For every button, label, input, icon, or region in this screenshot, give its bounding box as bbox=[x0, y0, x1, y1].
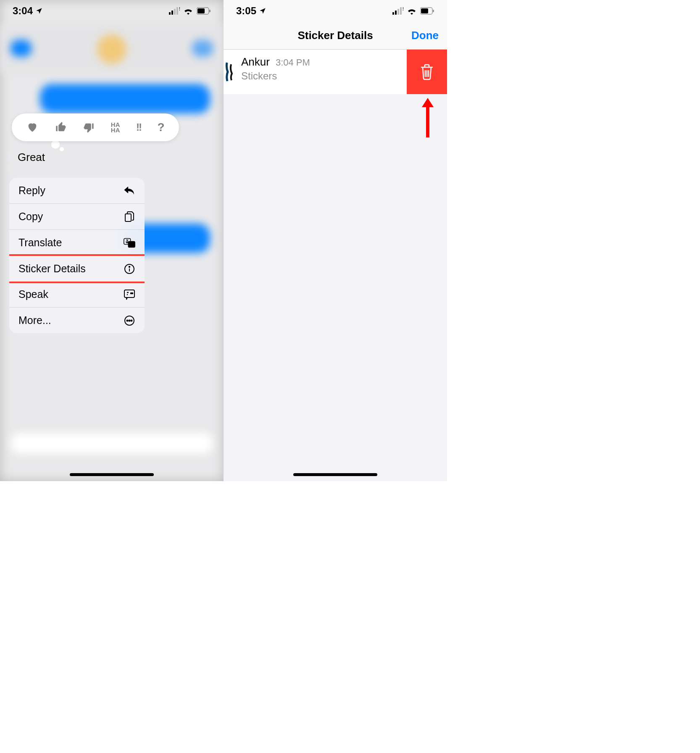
speak-icon bbox=[124, 289, 135, 300]
menu-speak[interactable]: Speak bbox=[9, 282, 145, 308]
battery-icon bbox=[197, 7, 211, 15]
menu-sticker-details-label: Sticker Details bbox=[18, 263, 86, 275]
svg-point-18 bbox=[127, 320, 128, 321]
signal-icon: ! bbox=[392, 7, 403, 15]
tapback-tail bbox=[51, 140, 60, 149]
menu-copy[interactable]: Copy bbox=[9, 204, 145, 230]
blurred-video-button bbox=[192, 40, 213, 57]
svg-rect-24 bbox=[400, 7, 402, 15]
menu-more-label: More... bbox=[18, 314, 51, 326]
nav-header: Sticker Details Done bbox=[224, 22, 447, 50]
svg-rect-22 bbox=[395, 11, 397, 15]
tapback-reactions: HAHA !! ? bbox=[12, 113, 179, 141]
svg-point-16 bbox=[132, 292, 133, 294]
trash-icon bbox=[419, 63, 434, 80]
menu-translate[interactable]: Translate 文 bbox=[9, 230, 145, 256]
left-screenshot: 3:04 ! HAHA !! ? bbox=[0, 0, 224, 481]
location-icon bbox=[259, 7, 266, 15]
sticker-row[interactable]: Ankur 3:04 PM Stickers bbox=[224, 50, 447, 94]
sticker-info: Ankur 3:04 PM Stickers bbox=[236, 50, 407, 88]
svg-text:!: ! bbox=[403, 7, 403, 11]
home-indicator bbox=[70, 473, 154, 476]
svg-rect-6 bbox=[197, 8, 205, 13]
blurred-back-button bbox=[11, 40, 32, 57]
message-text: Great bbox=[18, 151, 45, 163]
menu-speak-label: Speak bbox=[18, 288, 48, 300]
copy-icon bbox=[124, 211, 135, 223]
nav-title: Sticker Details bbox=[297, 29, 373, 42]
blurred-avatar bbox=[97, 34, 126, 64]
svg-rect-23 bbox=[397, 9, 399, 15]
tapback-exclaim-icon[interactable]: !! bbox=[136, 121, 141, 133]
svg-rect-3 bbox=[176, 7, 178, 15]
tapback-thumbs-up-icon[interactable] bbox=[55, 121, 67, 133]
location-icon bbox=[35, 7, 43, 15]
menu-translate-label: Translate bbox=[18, 237, 62, 249]
svg-rect-2 bbox=[174, 9, 176, 15]
home-indicator bbox=[293, 473, 377, 476]
svg-rect-21 bbox=[392, 12, 394, 15]
sticker-time: 3:04 PM bbox=[276, 57, 310, 68]
battery-icon bbox=[420, 7, 434, 15]
svg-rect-0 bbox=[169, 12, 171, 15]
tapback-question-icon[interactable]: ? bbox=[158, 121, 165, 134]
blurred-input-bar bbox=[11, 433, 213, 454]
context-menu: Reply Copy Translate 文 Sticker Details S… bbox=[9, 178, 145, 333]
status-time: 3:04 bbox=[13, 5, 33, 17]
info-icon bbox=[124, 263, 135, 275]
svg-text:!: ! bbox=[179, 7, 180, 11]
message-bubble[interactable]: Great bbox=[9, 146, 53, 169]
tapback-heart-icon[interactable] bbox=[26, 121, 39, 133]
svg-rect-28 bbox=[433, 10, 434, 12]
wifi-icon bbox=[183, 7, 193, 15]
status-time: 3:05 bbox=[236, 5, 256, 17]
annotation-arrow bbox=[420, 98, 435, 137]
svg-point-20 bbox=[131, 320, 132, 321]
translate-icon: 文 bbox=[124, 237, 135, 249]
menu-copy-label: Copy bbox=[18, 211, 43, 223]
menu-reply-label: Reply bbox=[18, 184, 45, 197]
sticker-subtitle: Stickers bbox=[241, 70, 402, 82]
menu-more[interactable]: More... bbox=[9, 308, 145, 333]
done-button[interactable]: Done bbox=[411, 29, 439, 42]
svg-rect-7 bbox=[209, 10, 211, 12]
status-bar: 3:04 ! bbox=[0, 0, 224, 22]
blurred-message-1 bbox=[40, 84, 210, 113]
svg-rect-1 bbox=[171, 11, 173, 15]
sticker-thumbnail bbox=[224, 50, 236, 94]
right-screenshot: 3:05 ! Sticker Details Done Ankur bbox=[224, 0, 447, 481]
svg-rect-27 bbox=[421, 8, 428, 13]
reply-icon bbox=[124, 185, 135, 197]
svg-point-13 bbox=[129, 266, 130, 267]
signal-icon: ! bbox=[169, 7, 180, 15]
menu-reply[interactable]: Reply bbox=[9, 178, 145, 204]
delete-button[interactable] bbox=[407, 50, 447, 94]
tapback-tail-small bbox=[60, 147, 64, 151]
wifi-icon bbox=[407, 7, 417, 15]
menu-sticker-details[interactable]: Sticker Details bbox=[9, 254, 145, 283]
svg-point-19 bbox=[129, 320, 130, 321]
tapback-haha-icon[interactable]: HAHA bbox=[111, 122, 120, 133]
svg-text:文: 文 bbox=[129, 242, 134, 247]
svg-rect-8 bbox=[125, 214, 131, 221]
tapback-thumbs-down-icon[interactable] bbox=[83, 121, 95, 133]
sticker-sender-name: Ankur bbox=[241, 55, 270, 68]
more-icon bbox=[124, 315, 135, 326]
status-bar: 3:05 ! bbox=[224, 0, 447, 22]
